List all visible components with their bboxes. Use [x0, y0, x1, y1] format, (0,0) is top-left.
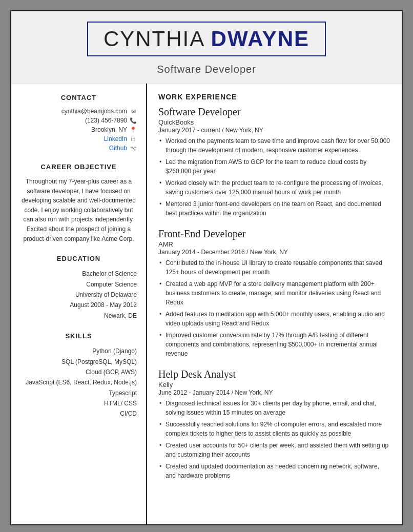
job-dates: January 2014 - December 2016 / New York,… [158, 249, 390, 256]
skills-section: SKILLS Python (Django)SQL (PostgreSQL, M… [20, 332, 137, 419]
body: CONTACT cynthia@beamjobs.com ✉ (123) 456… [11, 84, 402, 524]
header: CYNTHIA DWAYNE Software Developer [11, 11, 402, 84]
location-text: Brooklyn, NY [91, 126, 127, 133]
contact-email-row: cynthia@beamjobs.com ✉ [20, 108, 137, 115]
job-bullets: Worked on the payments team to save time… [158, 136, 390, 218]
list-item: Created a web app MVP for a store delive… [158, 279, 390, 307]
resume-container: CYNTHIA DWAYNE Software Developer CONTAC… [10, 10, 403, 525]
job-title: Front-End Developer [158, 228, 390, 240]
job-company: AMR [158, 240, 390, 248]
list-item: Worked closely with the product team to … [158, 178, 390, 197]
job-entry: Software DeveloperQuickBooksJanuary 2017… [158, 106, 390, 218]
contact-phone-row: (123) 456-7890 📞 [20, 117, 137, 124]
job-entry: Help Desk AnalystKellyJune 2012 - Januar… [158, 369, 390, 480]
list-item: Worked on the payments team to save time… [158, 136, 390, 155]
education-title: EDUCATION [20, 255, 137, 263]
last-name: DWAYNE [211, 27, 310, 51]
job-company: QuickBooks [158, 118, 390, 126]
job-company: Kelly [158, 381, 390, 388]
list-item: Created and updated documentation as nee… [158, 462, 390, 480]
contact-linkedin-row[interactable]: LinkedIn in [20, 135, 137, 142]
linkedin-link[interactable]: LinkedIn [104, 135, 127, 142]
education-details: Bachelor of Science Computer Science Uni… [20, 269, 137, 321]
contact-location-row: Brooklyn, NY 📍 [20, 126, 137, 133]
edu-dates: August 2008 - May 2012 [20, 300, 137, 310]
skill-item: Cloud (GCP, AWS) [20, 367, 137, 377]
degree: Bachelor of Science [20, 269, 137, 279]
name-box: CYNTHIA DWAYNE [87, 22, 326, 56]
career-section: CAREER OBJECTIVE Throughout my 7-year-pl… [20, 163, 137, 243]
career-text: Throughout my 7-year-plus career as a so… [20, 177, 137, 243]
list-item: Created user accounts for 50+ clients pe… [158, 441, 390, 459]
list-item: Improved customer conversion rate by 17%… [158, 331, 390, 358]
main-content: WORK EXPERIENCE Software DeveloperQuickB… [147, 84, 402, 524]
location-icon: 📍 [130, 126, 137, 133]
skill-item: SQL (PostgreSQL, MySQL) [20, 357, 137, 367]
list-item: Diagnosed technical issues for 30+ clien… [158, 399, 390, 417]
job-dates: June 2012 - January 2014 / New York, NY [158, 389, 390, 396]
github-link[interactable]: Github [109, 145, 127, 152]
job-title-header: Software Developer [32, 64, 381, 75]
jobs-container: Software DeveloperQuickBooksJanuary 2017… [158, 106, 390, 480]
edu-location: Newark, DE [20, 311, 137, 321]
phone-text: (123) 456-7890 [85, 117, 127, 124]
contact-github-row[interactable]: Github ⌥ [20, 145, 137, 152]
email-icon: ✉ [130, 108, 137, 115]
skill-item: Typescript [20, 388, 137, 398]
first-name: CYNTHIA [104, 27, 211, 51]
job-title: Software Developer [158, 106, 390, 118]
career-title: CAREER OBJECTIVE [20, 163, 137, 172]
email-text: cynthia@beamjobs.com [61, 108, 127, 115]
github-icon: ⌥ [130, 145, 137, 152]
sidebar: CONTACT cynthia@beamjobs.com ✉ (123) 456… [11, 84, 147, 524]
phone-icon: 📞 [130, 117, 137, 124]
education-section: EDUCATION Bachelor of Science Computer S… [20, 255, 137, 321]
skill-item: CI/CD [20, 408, 137, 419]
skills-title: SKILLS [20, 332, 137, 341]
list-item: Added features to meditation app with 5,… [158, 310, 390, 328]
list-item: Contributed to the in-house UI library t… [158, 258, 390, 277]
list-item: Successfully reached solutions for 92% o… [158, 420, 390, 438]
job-bullets: Contributed to the in-house UI library t… [158, 258, 390, 358]
skill-item: HTML/ CSS [20, 398, 137, 408]
list-item: Led the migration from AWS to GCP for th… [158, 157, 390, 176]
contact-section: CONTACT cynthia@beamjobs.com ✉ (123) 456… [20, 94, 137, 152]
linkedin-icon: in [130, 135, 137, 142]
work-experience-title: WORK EXPERIENCE [158, 93, 390, 101]
field: Computer Science [20, 279, 137, 290]
job-dates: January 2017 - current / New York, NY [158, 127, 390, 134]
job-title: Help Desk Analyst [158, 369, 390, 380]
list-item: Mentored 3 junior front-end developers o… [158, 199, 390, 218]
contact-title: CONTACT [20, 94, 137, 103]
skill-item: JavaScript (ES6, React, Redux, Node.js) [20, 377, 137, 387]
job-bullets: Diagnosed technical issues for 30+ clien… [158, 399, 390, 480]
job-entry: Front-End DeveloperAMRJanuary 2014 - Dec… [158, 228, 390, 358]
skill-item: Python (Django) [20, 346, 137, 356]
school: University of Delaware [20, 290, 137, 300]
skills-list: Python (Django)SQL (PostgreSQL, MySQL)Cl… [20, 346, 137, 419]
